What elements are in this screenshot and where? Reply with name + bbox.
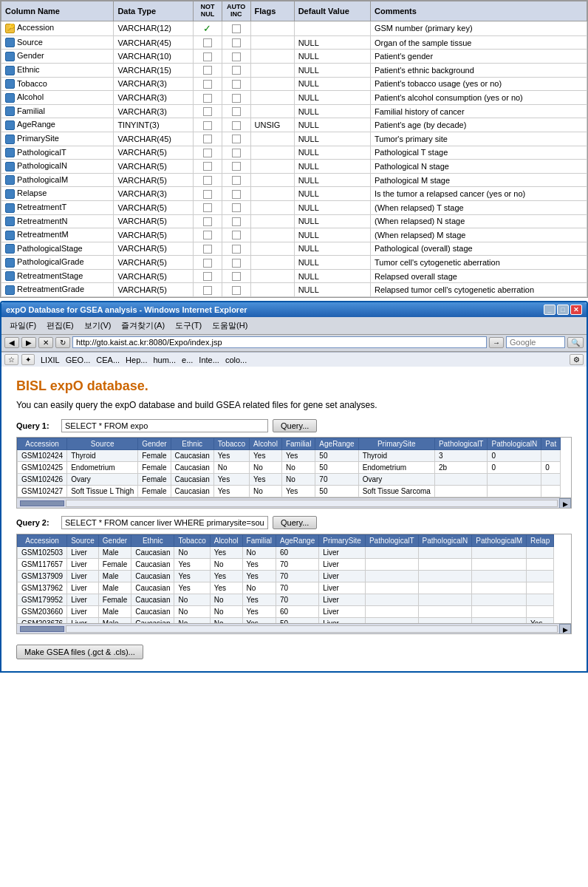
not-null-cell[interactable] bbox=[194, 160, 222, 174]
not-null-cell[interactable] bbox=[194, 63, 222, 77]
stop-button[interactable]: ✕ bbox=[38, 337, 53, 348]
star-icon-btn[interactable]: ☆ bbox=[4, 354, 18, 365]
not-null-cell[interactable] bbox=[194, 269, 222, 283]
not-null-cell[interactable]: ✓ bbox=[194, 21, 222, 35]
data-type-cell: VARCHAR(5) bbox=[114, 214, 194, 228]
auto-inc-cell[interactable] bbox=[222, 160, 250, 174]
auto-inc-cell[interactable] bbox=[222, 77, 250, 91]
result-cell: GSM102503 bbox=[18, 547, 67, 559]
default-value-cell: NULL bbox=[294, 77, 370, 91]
auto-inc-cell[interactable] bbox=[222, 91, 250, 105]
result-cell bbox=[365, 606, 418, 618]
col-name-cell: RetreatmentStage bbox=[1, 269, 114, 283]
auto-inc-cell[interactable] bbox=[222, 242, 250, 256]
fav-link[interactable]: Hep... bbox=[123, 354, 150, 366]
result-table1-inner[interactable]: AccessionSourceGenderEthnicTobaccoAlcoho… bbox=[17, 438, 571, 497]
fav-link[interactable]: LIXIL bbox=[38, 354, 63, 366]
not-null-cell[interactable] bbox=[194, 77, 222, 91]
menu-item[interactable]: 보기(V) bbox=[82, 319, 114, 332]
address-input[interactable] bbox=[72, 336, 487, 348]
comment-cell: Familial history of cancer bbox=[370, 104, 587, 118]
fav-link[interactable]: CEA... bbox=[93, 354, 123, 366]
auto-inc-cell[interactable] bbox=[222, 283, 250, 297]
query1-input[interactable] bbox=[61, 419, 268, 432]
not-null-cell[interactable] bbox=[194, 200, 222, 214]
scroll-right-btn2[interactable]: ▶ bbox=[559, 624, 571, 634]
query2-input[interactable] bbox=[61, 516, 268, 529]
not-null-cell[interactable] bbox=[194, 283, 222, 297]
auto-inc-cell[interactable] bbox=[222, 269, 250, 283]
col-name-cell: PathologicalM bbox=[1, 173, 114, 187]
auto-inc-cell[interactable] bbox=[222, 63, 250, 77]
key-icon bbox=[5, 24, 15, 33]
auto-inc-cell[interactable] bbox=[222, 256, 250, 270]
col-name-cell: Familial bbox=[1, 104, 114, 118]
auto-inc-cell[interactable] bbox=[222, 50, 250, 64]
col-name-cell: Gender bbox=[1, 50, 114, 64]
table-row: RetreatmentTVARCHAR(5)NULL(When relapsed… bbox=[1, 200, 587, 214]
menu-item[interactable]: 파일(F) bbox=[7, 319, 38, 332]
result-cell bbox=[472, 594, 527, 606]
fav-link[interactable]: e... bbox=[179, 354, 196, 366]
not-null-cell[interactable] bbox=[194, 173, 222, 187]
not-null-cell[interactable] bbox=[194, 104, 222, 118]
fav-link[interactable]: hum... bbox=[150, 354, 179, 366]
query2-button[interactable]: Query... bbox=[273, 516, 317, 529]
refresh-button[interactable]: ↻ bbox=[55, 337, 70, 348]
result-col-header: Pat bbox=[541, 438, 561, 450]
fav-link[interactable]: colo... bbox=[222, 354, 250, 366]
not-null-cell[interactable] bbox=[194, 228, 222, 242]
result-table1-container: AccessionSourceGenderEthnicTobaccoAlcoho… bbox=[16, 437, 572, 509]
scroll-right-btn1[interactable]: ▶ bbox=[559, 498, 571, 509]
menu-item[interactable]: 도구(T) bbox=[173, 319, 204, 332]
auto-inc-cell[interactable] bbox=[222, 173, 250, 187]
result-cell: 70 bbox=[276, 559, 318, 571]
not-null-cell[interactable] bbox=[194, 91, 222, 105]
not-null-cell[interactable] bbox=[194, 132, 222, 146]
auto-inc-cell[interactable] bbox=[222, 132, 250, 146]
maximize-button[interactable]: □ bbox=[557, 305, 569, 315]
menu-item[interactable]: 즐겨찾기(A) bbox=[119, 319, 167, 332]
close-button[interactable]: ✕ bbox=[570, 305, 582, 315]
make-gsea-button[interactable]: Make GSEA files (.gct & .cls)... bbox=[16, 645, 143, 659]
auto-inc-cell[interactable] bbox=[222, 228, 250, 242]
checkbox-empty bbox=[232, 203, 241, 212]
forward-button[interactable]: ▶ bbox=[21, 337, 36, 348]
col-icon bbox=[5, 38, 15, 47]
auto-inc-cell[interactable] bbox=[222, 187, 250, 201]
minimize-button[interactable]: _ bbox=[544, 305, 555, 315]
result-table2-hscroll[interactable]: ▶ bbox=[17, 623, 571, 633]
auto-inc-cell[interactable] bbox=[222, 118, 250, 132]
add-favorites-btn[interactable]: ✦ bbox=[21, 354, 35, 365]
not-null-cell[interactable] bbox=[194, 187, 222, 201]
fav-link[interactable]: Inte... bbox=[196, 354, 222, 366]
auto-inc-cell[interactable] bbox=[222, 200, 250, 214]
not-null-cell[interactable] bbox=[194, 256, 222, 270]
query1-button[interactable]: Query... bbox=[273, 419, 317, 432]
not-null-cell[interactable] bbox=[194, 35, 222, 50]
result-cell bbox=[541, 450, 561, 462]
tools-btn[interactable]: ⚙ bbox=[570, 354, 584, 365]
result-cell: GSM102427 bbox=[18, 486, 67, 497]
not-null-cell[interactable] bbox=[194, 118, 222, 132]
search-input[interactable] bbox=[506, 336, 565, 348]
go-button[interactable]: → bbox=[489, 337, 504, 348]
flags-cell bbox=[250, 77, 294, 91]
auto-inc-cell[interactable] bbox=[222, 21, 250, 35]
not-null-cell[interactable] bbox=[194, 50, 222, 64]
result-table2-inner[interactable]: AccessionSourceGenderEthnicTobaccoAlcoho… bbox=[17, 534, 571, 623]
menu-item[interactable]: 편집(E) bbox=[44, 319, 76, 332]
auto-inc-cell[interactable] bbox=[222, 104, 250, 118]
auto-inc-cell[interactable] bbox=[222, 35, 250, 50]
fav-link[interactable]: GEO... bbox=[63, 354, 94, 366]
not-null-cell[interactable] bbox=[194, 214, 222, 228]
not-null-cell[interactable] bbox=[194, 242, 222, 256]
result-table1-hscroll[interactable]: ▶ bbox=[17, 497, 571, 508]
auto-inc-cell[interactable] bbox=[222, 146, 250, 160]
back-button[interactable]: ◀ bbox=[4, 337, 19, 348]
result-cell: Female bbox=[138, 450, 171, 462]
auto-inc-cell[interactable] bbox=[222, 214, 250, 228]
menu-item[interactable]: 도움말(H) bbox=[210, 319, 250, 332]
not-null-cell[interactable] bbox=[194, 146, 222, 160]
search-go-button[interactable]: 🔍 bbox=[567, 337, 584, 348]
